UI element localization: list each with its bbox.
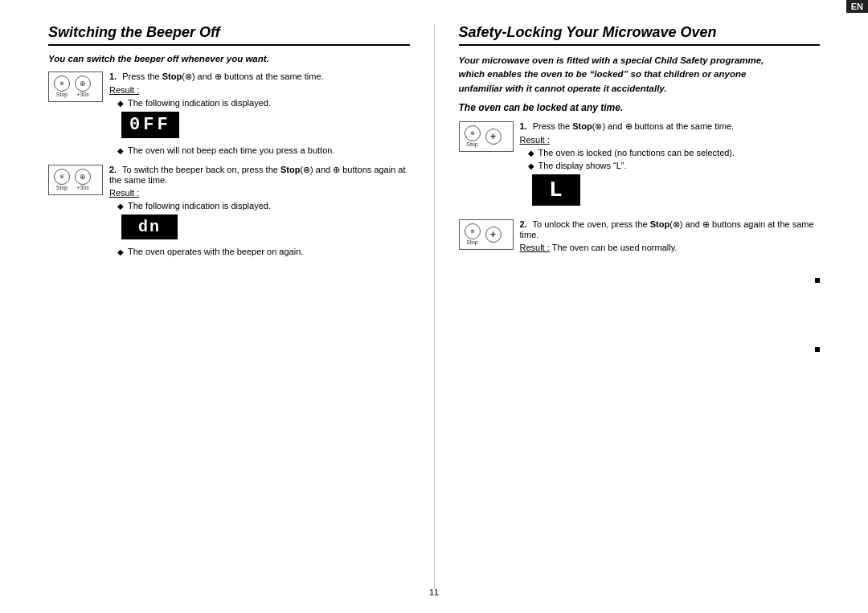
en-badge: EN	[846, 0, 868, 13]
plus-r1-icon: +	[485, 129, 502, 145]
right-step1-content: 1. Press the Stop(⊗) and ⊕ buttons at th…	[520, 121, 821, 210]
button-diagram-1: ⊗ Stop ⊕ +30s	[48, 72, 103, 102]
right-column: Safety-Locking Your Microwave Oven Your …	[435, 24, 821, 589]
plus30s-button-icon-2: ⊕ +30s	[75, 169, 91, 191]
left-step1: ⊗ Stop ⊕ +30s 1. Press the Stop(⊗) and ⊕…	[48, 72, 410, 155]
left-display-off: 0FF	[121, 112, 179, 138]
right-step1-bullet1: ◆ The oven is locked (no functions can b…	[528, 148, 821, 157]
left-subtitle: You can switch the beeper off whenever y…	[48, 54, 410, 63]
left-step2: ⊗ Stop ⊕ +30s 2. To switch the beeper ba…	[48, 165, 410, 256]
button-diagram-r1: ⊗ Stop +	[459, 121, 514, 152]
left-step2-bullet2: ◆ The oven operates with the beeper on a…	[117, 247, 410, 256]
plus30s-button-icon: ⊕ +30s	[75, 76, 91, 98]
dot-2	[815, 347, 820, 352]
stop-button-icon-2: ⊗ Stop	[54, 169, 70, 191]
left-column: Switching the Beeper Off You can switch …	[48, 24, 435, 589]
right-step1: ⊗ Stop + 1. Press the Stop(⊗) and ⊕ butt…	[459, 121, 821, 210]
left-step1-bullet1: ◆ The following indication is displayed.	[117, 98, 410, 108]
left-title: Switching the Beeper Off	[48, 24, 410, 46]
left-step1-result: Result :	[109, 85, 410, 95]
stop-r2-icon: ⊗ Stop	[465, 223, 481, 246]
right-step1-result: Result :	[520, 135, 821, 145]
right-title: Safety-Locking Your Microwave Oven	[459, 24, 821, 46]
safety-intro: Your microwave oven is fitted with a spe…	[459, 54, 821, 96]
button-diagram-r2: ⊗ Stop +	[459, 219, 514, 250]
right-step2-content: 2. To unlock the oven, press the Stop(⊗)…	[520, 219, 821, 252]
right-step1-text: 1. Press the Stop(⊗) and ⊕ buttons at th…	[520, 121, 821, 132]
left-step2-result: Result :	[109, 188, 410, 198]
oven-subtitle: The oven can be locked at any time.	[459, 102, 821, 113]
left-step2-bullet1: ◆ The following indication is displayed.	[117, 201, 410, 210]
right-display-l: L	[532, 174, 580, 206]
plus-r2-icon: +	[485, 227, 502, 243]
left-step1-content: 1. Press the Stop(⊗) and ⊕ buttons at th…	[109, 72, 410, 155]
dot-1	[815, 278, 820, 283]
right-step2-result: Result : The oven can be used normally.	[520, 243, 821, 252]
stop-r1-icon: ⊗ Stop	[465, 125, 481, 148]
right-step2: ⊗ Stop + 2. To unlock the oven, press th…	[459, 219, 821, 252]
page: EN Switching the Beeper Off You can swit…	[0, 0, 868, 613]
button-diagram-2: ⊗ Stop ⊕ +30s	[48, 165, 103, 195]
left-step1-bullet2: ◆ The oven will not beep each time you p…	[117, 145, 410, 155]
left-step1-text: 1. Press the Stop(⊗) and ⊕ buttons at th…	[109, 72, 410, 82]
stop-button-icon: ⊗ Stop	[54, 76, 70, 98]
right-step2-text: 2. To unlock the oven, press the Stop(⊗)…	[520, 219, 821, 239]
left-step2-content: 2. To switch the beeper back on, press t…	[109, 165, 410, 256]
right-step1-bullet2: ◆ The display shows “L”.	[528, 161, 821, 170]
left-step2-text: 2. To switch the beeper back on, press t…	[109, 165, 410, 185]
page-number: 11	[429, 587, 439, 597]
left-display-on: dn	[121, 215, 178, 239]
page-dots	[815, 278, 820, 352]
